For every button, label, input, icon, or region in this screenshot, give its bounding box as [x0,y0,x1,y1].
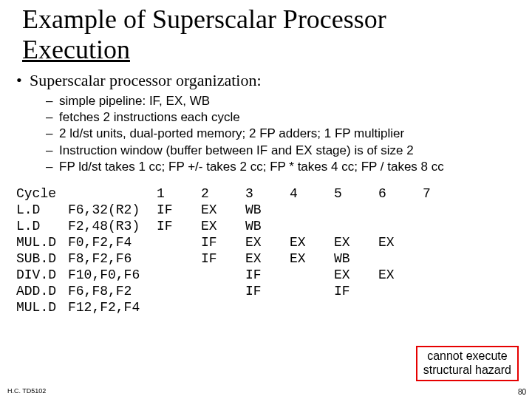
cell: EX [245,234,290,250]
header-cell: 3 [245,185,290,202]
cell [378,299,423,316]
cell: IF [201,234,245,250]
slide-body: Superscalar processor organization: simp… [0,66,532,175]
title-line-2: Execution [22,35,130,64]
cell-args: F12,F2,F4 [68,299,157,316]
cell: IF [201,250,245,267]
footer-left: H.C. TD5102 [7,387,46,395]
bullet-text: FP ld/st takes 1 cc; FP +/- takes 2 cc; … [59,160,444,174]
cell-instr: SUB.D [16,250,68,267]
bullet-list-l2: simple pipeline: IF, EX, WB fetches 2 in… [30,93,516,174]
cell-instr: L.D [16,202,68,218]
cell [157,283,201,299]
pipeline-table-wrap: Cycle 1 2 3 4 5 6 7 L.D F6,32(R2) IF EX … [0,175,532,316]
cell [290,283,334,299]
bullet-text: Instruction window (buffer between IF an… [59,143,414,157]
cell-args: F2,48(R3) [68,218,157,234]
cell [423,234,467,250]
cell: IF [334,283,378,299]
cell-args: F0,F2,F4 [68,234,157,250]
list-item: FP ld/st takes 1 cc; FP +/- takes 2 cc; … [46,159,516,175]
cell [378,202,423,218]
cell [423,299,467,316]
cell [290,202,334,218]
cell [423,250,467,267]
header-cell: 4 [290,185,334,202]
cell [378,283,423,299]
cell: IF [245,267,290,283]
pipeline-table: Cycle 1 2 3 4 5 6 7 L.D F6,32(R2) IF EX … [16,185,467,316]
cell: EX [290,234,334,250]
cell [334,218,378,234]
header-cell: 1 [157,185,201,202]
cell [157,250,201,267]
cell [157,299,201,316]
bullet-text: fetches 2 instructions each cycle [59,110,240,124]
list-item: Superscalar processor organization: simp… [16,70,516,175]
cell-args: F6,F8,F2 [68,283,157,299]
cell: WB [245,218,290,234]
hazard-line-1: cannot execute [427,349,508,362]
cell: EX [201,202,245,218]
table-row: DIV.D F10,F0,F6 IF EX EX [16,267,467,283]
cell [201,283,245,299]
slide: Example of Superscalar Processor Executi… [0,0,532,399]
bullet-list-l1: Superscalar processor organization: simp… [16,70,516,175]
cell [290,267,334,283]
cell [290,299,334,316]
list-item: 2 ld/st units, dual-ported memory; 2 FP … [46,126,516,142]
cell-args: F6,32(R2) [68,202,157,218]
cell-instr: MUL.D [16,299,68,316]
list-item: Instruction window (buffer between IF an… [46,143,516,159]
cell: EX [378,267,423,283]
header-cell [68,185,157,202]
cell: EX [378,234,423,250]
cell: EX [201,218,245,234]
list-item: fetches 2 instructions each cycle [46,109,516,126]
cell: EX [334,234,378,250]
cell: IF [157,202,201,218]
cell [245,299,290,316]
header-cell: 5 [334,185,378,202]
cell: IF [157,218,201,234]
hazard-callout: cannot execute structural hazard [416,346,519,381]
cell-args: F8,F2,F6 [68,250,157,267]
header-cell: 2 [201,185,245,202]
cell: WB [245,202,290,218]
cell: WB [334,250,378,267]
cell: EX [334,267,378,283]
footer-right: 80 [518,388,526,396]
cell [423,202,467,218]
table-row: MUL.D F12,F2,F4 [16,299,467,316]
cell [423,283,467,299]
cell [334,299,378,316]
header-cell: Cycle [16,185,68,202]
bullet-text: 2 ld/st units, dual-ported memory; 2 FP … [59,126,404,140]
cell-instr: MUL.D [16,234,68,250]
cell-args: F10,F0,F6 [68,267,157,283]
cell [334,202,378,218]
table-header-row: Cycle 1 2 3 4 5 6 7 [16,185,467,202]
table-row: ADD.D F6,F8,F2 IF IF [16,283,467,299]
cell: IF [245,283,290,299]
heading-text: Superscalar processor organization: [30,71,262,89]
cell-instr: L.D [16,218,68,234]
cell: EX [245,250,290,267]
table-row: L.D F6,32(R2) IF EX WB [16,202,467,218]
title-line-1: Example of Superscalar Processor [22,4,386,34]
cell [290,218,334,234]
hazard-line-2: structural hazard [423,364,511,376]
bullet-text: simple pipeline: IF, EX, WB [59,94,210,108]
table-row: SUB.D F8,F2,F6 IF EX EX WB [16,250,467,267]
cell [157,267,201,283]
table-row: L.D F2,48(R3) IF EX WB [16,218,467,234]
cell [378,250,423,267]
header-cell: 7 [423,185,467,202]
cell [201,267,245,283]
cell [157,234,201,250]
list-item: simple pipeline: IF, EX, WB [46,93,516,109]
cell [378,218,423,234]
table-row: MUL.D F0,F2,F4 IF EX EX EX EX [16,234,467,250]
cell: EX [290,250,334,267]
cell [201,299,245,316]
